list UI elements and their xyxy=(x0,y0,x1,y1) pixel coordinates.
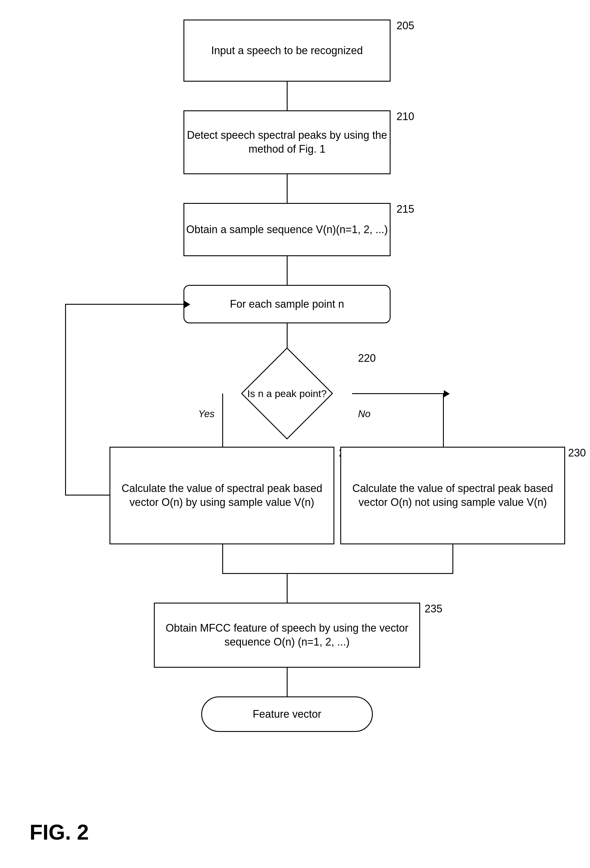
feature-vector-box: Feature vector xyxy=(201,697,373,732)
box-215-label: Obtain a sample sequence V(n)(n=1, 2, ..… xyxy=(186,223,387,237)
loop-back-h1 xyxy=(65,495,110,496)
line-230-bottom xyxy=(452,544,453,574)
ref-230: 230 xyxy=(568,447,586,459)
box-230: Calculate the value of spectral peak bas… xyxy=(340,447,565,544)
diagram-container: Input a speech to be recognized 205 Dete… xyxy=(0,0,590,868)
box-225: Calculate the value of spectral peak bas… xyxy=(109,447,334,544)
line-225-merge xyxy=(222,573,287,574)
ref-215: 215 xyxy=(396,203,414,216)
box-225-label: Calculate the value of spectral peak bas… xyxy=(110,482,333,509)
arrow-235-feature xyxy=(287,668,288,697)
box-210: Detect speech spectral peaks by using th… xyxy=(183,110,390,174)
arrow-diamond-right xyxy=(352,393,444,394)
ref-220: 220 xyxy=(358,352,376,365)
diamond-220-label: Is n a peak point? xyxy=(247,388,327,399)
loop-box: For each sample point n xyxy=(183,285,390,323)
box-235: Obtain MFCC feature of speech by using t… xyxy=(154,602,420,668)
loop-back-h2 xyxy=(65,304,184,305)
no-label: No xyxy=(358,408,370,419)
arrow-merge-235 xyxy=(287,574,288,602)
box-210-label: Detect speech spectral peaks by using th… xyxy=(184,128,390,156)
arrow-diamond-left-225 xyxy=(222,393,223,447)
loop-box-label: For each sample point n xyxy=(230,297,344,311)
box-215: Obtain a sample sequence V(n)(n=1, 2, ..… xyxy=(183,203,390,256)
arrow-210-215 xyxy=(287,174,288,203)
diamond-220: Is n a peak point? xyxy=(222,352,352,435)
ref-235: 235 xyxy=(424,602,442,615)
arrow-right-230 xyxy=(443,393,444,447)
arrow-215-loop xyxy=(287,256,288,285)
line-230-merge xyxy=(287,573,453,574)
box-205-label: Input a speech to be recognized xyxy=(211,44,363,58)
yes-label: Yes xyxy=(198,408,214,419)
box-230-label: Calculate the value of spectral peak bas… xyxy=(341,482,564,509)
fig-label: FIG. 2 xyxy=(30,820,89,844)
ref-205: 205 xyxy=(396,19,414,32)
ref-210: 210 xyxy=(396,110,414,123)
line-225-bottom xyxy=(222,544,223,574)
feature-vector-label: Feature vector xyxy=(253,707,321,721)
loop-back-v1 xyxy=(65,304,66,496)
arrow-205-210 xyxy=(287,82,288,110)
box-235-label: Obtain MFCC feature of speech by using t… xyxy=(155,621,419,649)
box-205: Input a speech to be recognized xyxy=(183,19,390,82)
